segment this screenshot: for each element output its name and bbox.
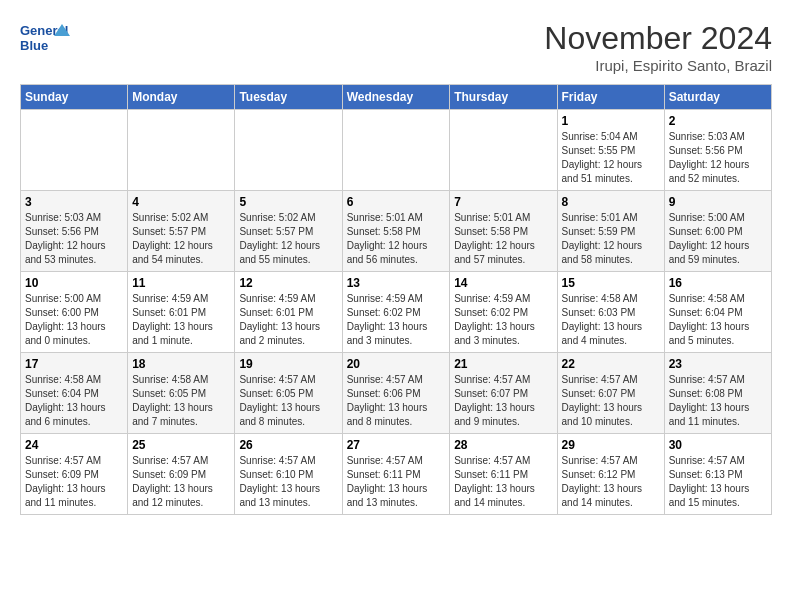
calendar-cell: 22Sunrise: 4:57 AM Sunset: 6:07 PM Dayli… xyxy=(557,353,664,434)
calendar-table: SundayMondayTuesdayWednesdayThursdayFrid… xyxy=(20,84,772,515)
day-info: Sunrise: 4:57 AM Sunset: 6:05 PM Dayligh… xyxy=(239,373,337,429)
day-info: Sunrise: 4:57 AM Sunset: 6:10 PM Dayligh… xyxy=(239,454,337,510)
calendar-cell: 9Sunrise: 5:00 AM Sunset: 6:00 PM Daylig… xyxy=(664,191,771,272)
weekday-header: Monday xyxy=(128,85,235,110)
day-info: Sunrise: 4:57 AM Sunset: 6:11 PM Dayligh… xyxy=(347,454,446,510)
day-info: Sunrise: 4:59 AM Sunset: 6:02 PM Dayligh… xyxy=(347,292,446,348)
day-number: 7 xyxy=(454,195,552,209)
day-number: 22 xyxy=(562,357,660,371)
day-number: 30 xyxy=(669,438,767,452)
day-number: 4 xyxy=(132,195,230,209)
calendar-cell: 30Sunrise: 4:57 AM Sunset: 6:13 PM Dayli… xyxy=(664,434,771,515)
day-number: 14 xyxy=(454,276,552,290)
calendar-cell: 17Sunrise: 4:58 AM Sunset: 6:04 PM Dayli… xyxy=(21,353,128,434)
logo: General Blue xyxy=(20,20,70,62)
weekday-header: Sunday xyxy=(21,85,128,110)
calendar-cell: 23Sunrise: 4:57 AM Sunset: 6:08 PM Dayli… xyxy=(664,353,771,434)
day-number: 15 xyxy=(562,276,660,290)
calendar-cell: 5Sunrise: 5:02 AM Sunset: 5:57 PM Daylig… xyxy=(235,191,342,272)
calendar-cell: 14Sunrise: 4:59 AM Sunset: 6:02 PM Dayli… xyxy=(450,272,557,353)
calendar-cell: 26Sunrise: 4:57 AM Sunset: 6:10 PM Dayli… xyxy=(235,434,342,515)
calendar-cell: 20Sunrise: 4:57 AM Sunset: 6:06 PM Dayli… xyxy=(342,353,450,434)
page-header: General Blue November 2024 Irupi, Espiri… xyxy=(20,20,772,74)
day-info: Sunrise: 4:58 AM Sunset: 6:04 PM Dayligh… xyxy=(25,373,123,429)
day-number: 24 xyxy=(25,438,123,452)
day-info: Sunrise: 4:57 AM Sunset: 6:07 PM Dayligh… xyxy=(454,373,552,429)
calendar-cell: 28Sunrise: 4:57 AM Sunset: 6:11 PM Dayli… xyxy=(450,434,557,515)
calendar-cell xyxy=(235,110,342,191)
day-info: Sunrise: 4:58 AM Sunset: 6:05 PM Dayligh… xyxy=(132,373,230,429)
day-info: Sunrise: 5:01 AM Sunset: 5:58 PM Dayligh… xyxy=(347,211,446,267)
day-info: Sunrise: 4:59 AM Sunset: 6:01 PM Dayligh… xyxy=(132,292,230,348)
calendar-cell: 29Sunrise: 4:57 AM Sunset: 6:12 PM Dayli… xyxy=(557,434,664,515)
day-info: Sunrise: 4:57 AM Sunset: 6:11 PM Dayligh… xyxy=(454,454,552,510)
logo-svg: General Blue xyxy=(20,20,70,62)
day-number: 1 xyxy=(562,114,660,128)
day-number: 18 xyxy=(132,357,230,371)
day-number: 29 xyxy=(562,438,660,452)
day-info: Sunrise: 4:57 AM Sunset: 6:12 PM Dayligh… xyxy=(562,454,660,510)
calendar-cell: 27Sunrise: 4:57 AM Sunset: 6:11 PM Dayli… xyxy=(342,434,450,515)
day-info: Sunrise: 5:02 AM Sunset: 5:57 PM Dayligh… xyxy=(132,211,230,267)
day-number: 19 xyxy=(239,357,337,371)
day-number: 9 xyxy=(669,195,767,209)
calendar-cell: 7Sunrise: 5:01 AM Sunset: 5:58 PM Daylig… xyxy=(450,191,557,272)
day-number: 28 xyxy=(454,438,552,452)
day-info: Sunrise: 4:59 AM Sunset: 6:02 PM Dayligh… xyxy=(454,292,552,348)
calendar-cell xyxy=(21,110,128,191)
calendar-cell xyxy=(342,110,450,191)
day-number: 11 xyxy=(132,276,230,290)
day-number: 8 xyxy=(562,195,660,209)
day-number: 12 xyxy=(239,276,337,290)
day-number: 2 xyxy=(669,114,767,128)
weekday-header: Wednesday xyxy=(342,85,450,110)
calendar-cell: 3Sunrise: 5:03 AM Sunset: 5:56 PM Daylig… xyxy=(21,191,128,272)
calendar-cell: 18Sunrise: 4:58 AM Sunset: 6:05 PM Dayli… xyxy=(128,353,235,434)
calendar-cell: 12Sunrise: 4:59 AM Sunset: 6:01 PM Dayli… xyxy=(235,272,342,353)
location: Irupi, Espirito Santo, Brazil xyxy=(544,57,772,74)
calendar-cell: 13Sunrise: 4:59 AM Sunset: 6:02 PM Dayli… xyxy=(342,272,450,353)
calendar-cell: 16Sunrise: 4:58 AM Sunset: 6:04 PM Dayli… xyxy=(664,272,771,353)
weekday-header: Tuesday xyxy=(235,85,342,110)
calendar-cell: 6Sunrise: 5:01 AM Sunset: 5:58 PM Daylig… xyxy=(342,191,450,272)
calendar-cell: 4Sunrise: 5:02 AM Sunset: 5:57 PM Daylig… xyxy=(128,191,235,272)
weekday-header: Friday xyxy=(557,85,664,110)
svg-text:Blue: Blue xyxy=(20,38,48,53)
day-info: Sunrise: 5:00 AM Sunset: 6:00 PM Dayligh… xyxy=(669,211,767,267)
calendar-cell: 8Sunrise: 5:01 AM Sunset: 5:59 PM Daylig… xyxy=(557,191,664,272)
calendar-cell xyxy=(128,110,235,191)
weekday-header: Saturday xyxy=(664,85,771,110)
calendar-cell: 11Sunrise: 4:59 AM Sunset: 6:01 PM Dayli… xyxy=(128,272,235,353)
day-info: Sunrise: 5:00 AM Sunset: 6:00 PM Dayligh… xyxy=(25,292,123,348)
day-number: 27 xyxy=(347,438,446,452)
day-number: 13 xyxy=(347,276,446,290)
day-number: 23 xyxy=(669,357,767,371)
day-info: Sunrise: 4:57 AM Sunset: 6:07 PM Dayligh… xyxy=(562,373,660,429)
day-info: Sunrise: 4:58 AM Sunset: 6:03 PM Dayligh… xyxy=(562,292,660,348)
day-number: 25 xyxy=(132,438,230,452)
day-number: 10 xyxy=(25,276,123,290)
weekday-header: Thursday xyxy=(450,85,557,110)
day-info: Sunrise: 5:03 AM Sunset: 5:56 PM Dayligh… xyxy=(669,130,767,186)
title-block: November 2024 Irupi, Espirito Santo, Bra… xyxy=(544,20,772,74)
day-info: Sunrise: 5:03 AM Sunset: 5:56 PM Dayligh… xyxy=(25,211,123,267)
day-number: 26 xyxy=(239,438,337,452)
day-number: 16 xyxy=(669,276,767,290)
calendar-cell: 10Sunrise: 5:00 AM Sunset: 6:00 PM Dayli… xyxy=(21,272,128,353)
day-info: Sunrise: 4:57 AM Sunset: 6:09 PM Dayligh… xyxy=(25,454,123,510)
day-info: Sunrise: 5:04 AM Sunset: 5:55 PM Dayligh… xyxy=(562,130,660,186)
day-info: Sunrise: 4:57 AM Sunset: 6:08 PM Dayligh… xyxy=(669,373,767,429)
day-info: Sunrise: 4:57 AM Sunset: 6:06 PM Dayligh… xyxy=(347,373,446,429)
calendar-cell xyxy=(450,110,557,191)
day-number: 3 xyxy=(25,195,123,209)
calendar-cell: 25Sunrise: 4:57 AM Sunset: 6:09 PM Dayli… xyxy=(128,434,235,515)
calendar-cell: 2Sunrise: 5:03 AM Sunset: 5:56 PM Daylig… xyxy=(664,110,771,191)
calendar-cell: 24Sunrise: 4:57 AM Sunset: 6:09 PM Dayli… xyxy=(21,434,128,515)
day-number: 21 xyxy=(454,357,552,371)
month-title: November 2024 xyxy=(544,20,772,57)
calendar-cell: 1Sunrise: 5:04 AM Sunset: 5:55 PM Daylig… xyxy=(557,110,664,191)
day-info: Sunrise: 4:57 AM Sunset: 6:13 PM Dayligh… xyxy=(669,454,767,510)
calendar-cell: 21Sunrise: 4:57 AM Sunset: 6:07 PM Dayli… xyxy=(450,353,557,434)
day-info: Sunrise: 5:02 AM Sunset: 5:57 PM Dayligh… xyxy=(239,211,337,267)
day-number: 20 xyxy=(347,357,446,371)
